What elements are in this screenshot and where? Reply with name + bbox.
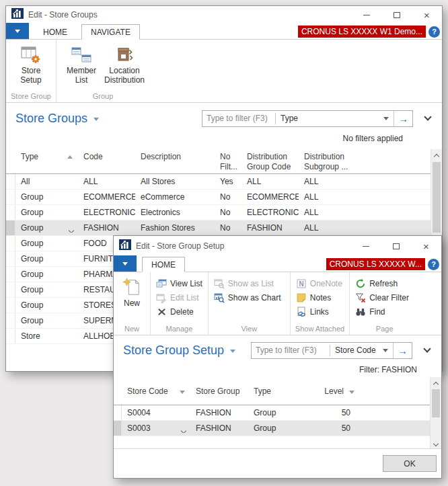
ribbon-group-page: Refresh Clear Filter Find Page [349,272,419,335]
chevron-down-icon [424,113,431,120]
member-list-label-1: Member [67,66,96,75]
scrollbar-thumb[interactable] [432,389,440,417]
page-caption[interactable]: Store Groups [15,112,99,126]
location-distribution-button[interactable]: Location Distribution [103,42,146,85]
close-icon: × [424,10,430,20]
window-title: Edit - Store Group Setup [136,241,224,251]
table-row[interactable]: GroupELECTRONICElectronicsNoELECTRONICAL… [6,205,442,220]
column-header-description[interactable]: Description [135,152,215,173]
chevron-down-icon[interactable] [69,228,74,233]
chevron-down-icon [383,349,388,352]
sort-descending-icon [180,391,185,394]
table-header: Type Code Description NoFilt... Distribu… [6,149,442,174]
sort-ascending-icon [67,155,73,159]
member-list-icon [71,45,91,64]
chevron-down-icon [15,30,20,33]
view-list-button[interactable]: View List [154,276,204,290]
help-icon[interactable]: ? [428,26,440,38]
minimize-button[interactable] [350,238,381,254]
close-button[interactable]: × [411,238,441,254]
tab-home[interactable]: HOME [142,257,185,272]
company-badge: CRONUS LS XXXXX W... [326,258,425,270]
minimize-button[interactable] [351,7,381,23]
table-row[interactable]: GroupECOMMERCEeCommerceNoECOMMERCEALL [6,190,442,205]
titlebar[interactable]: Edit - Store Groups × [6,6,442,24]
filter-status: Filter: FASHION [114,365,441,377]
column-header-store-group[interactable]: Store Group [190,387,248,397]
apply-filter-button[interactable]: → [393,343,412,358]
tab-navigate[interactable]: NAVIGATE [81,24,140,40]
ribbon-group-label-view: View [212,324,287,335]
chevron-down-icon [230,350,235,353]
ribbon-group-label-page: Page [353,324,416,335]
close-button[interactable]: × [412,7,442,23]
chevron-down-icon[interactable] [181,428,186,433]
clear-filter-button[interactable]: Clear Filter [353,290,416,305]
table-row-selected[interactable]: GroupFASHIONFashion StoresNoFASHIONALL [6,220,442,236]
nav-logo-icon [119,239,131,253]
new-label: New [124,298,140,308]
scrollbar-thumb[interactable] [433,162,441,233]
window-title: Edit - Store Groups [28,10,98,19]
collapse-chevron-button[interactable] [421,349,433,352]
chevron-up-icon [433,382,439,387]
ribbon: Store Setup Store Group Member List [6,40,442,103]
tab-row: HOME NAVIGATE CRONUS LS XXXXX W1 Demo...… [6,24,442,40]
column-header-type[interactable]: Type [15,152,78,173]
show-as-chart-button[interactable]: Show as Chart [212,290,287,305]
vertical-scrollbar[interactable] [430,377,441,450]
column-header-distribution-subgroup[interactable]: DistributionSubgroup ... [299,152,363,173]
maximize-button[interactable] [381,238,411,254]
table-row[interactable]: AllALLAll StoresYesALLALL [6,174,442,190]
location-distribution-label-2: Distribution [104,75,145,85]
ok-button[interactable]: OK [383,455,437,472]
notes-icon [296,292,307,303]
application-menu-button[interactable] [6,23,29,39]
collapse-chevron-button[interactable] [422,117,434,120]
ribbon-group-store-group: Store Setup Store Group [6,40,56,102]
delete-button[interactable]: Delete [154,305,204,319]
find-icon [355,307,366,317]
filter-field-value: Type [281,114,298,123]
column-header-type[interactable]: Type [248,387,315,397]
page-caption[interactable]: Store Group Setup [123,343,235,358]
links-button[interactable]: Links [294,305,346,319]
store-setup-button[interactable]: Store Setup [9,42,52,85]
table-row[interactable]: S0004FASHIONGroup50 [114,405,441,421]
sort-descending-icon [349,391,354,394]
column-header-store-code[interactable]: Store Code [122,387,190,397]
filter-field-dropdown[interactable]: Type [276,114,394,123]
tab-home[interactable]: HOME [34,25,76,39]
member-list-button[interactable]: Member List [60,42,103,85]
onenote-button: N OneNote [294,276,346,290]
ribbon-group-label-store-group: Store Group [9,91,52,102]
filter-field-dropdown[interactable]: Store Code [330,346,393,355]
scroll-up-button[interactable] [431,378,441,389]
table-row-selected[interactable]: S0003FASHIONGroup50 [114,421,441,436]
filter-field-value: Store Code [335,346,376,355]
apply-filter-button[interactable]: → [394,111,412,126]
delete-icon [156,307,167,317]
scroll-up-button[interactable] [431,150,442,161]
new-button[interactable]: New [117,274,147,308]
maximize-button[interactable] [381,7,412,23]
chevron-down-icon [383,117,389,120]
refresh-button[interactable]: Refresh [353,276,416,290]
links-icon [296,307,307,317]
find-button[interactable]: Find [353,305,416,319]
titlebar[interactable]: Edit - Store Group Setup × [114,236,441,256]
new-icon [122,278,141,296]
ribbon-group-manage: View List Edit List Delete Manage [150,272,208,335]
ribbon-group-label-new: New [117,324,147,335]
column-header-no-filter[interactable]: NoFilt... [215,152,241,173]
filter-input[interactable] [202,112,275,126]
column-header-code[interactable]: Code [78,152,135,173]
column-header-distribution-group-code[interactable]: DistributionGroup Code [241,152,299,173]
tab-row: HOME CRONUS LS XXXXX W... ? [114,256,441,272]
help-icon[interactable]: ? [428,259,439,270]
chevron-down-icon [122,262,128,266]
filter-input[interactable] [252,343,330,358]
column-header-level[interactable]: Level [315,387,360,397]
application-menu-button[interactable] [114,255,137,272]
notes-button[interactable]: Notes [294,290,346,305]
